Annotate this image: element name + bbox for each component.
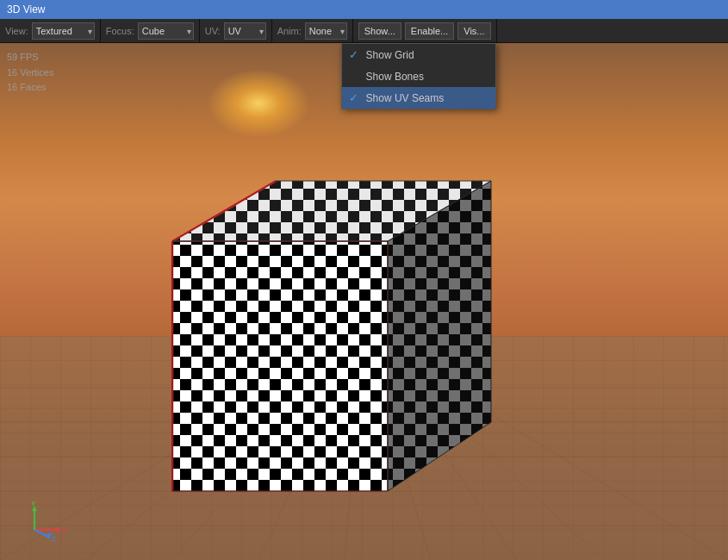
menu-item-show-seams[interactable]: ✓ Show UV Seams bbox=[342, 87, 495, 109]
uv-select-wrapper: UV None bbox=[224, 22, 266, 40]
uv-label: UV: bbox=[205, 26, 221, 36]
svg-marker-31 bbox=[172, 241, 388, 491]
uv-select[interactable]: UV None bbox=[224, 22, 266, 40]
focus-select[interactable]: Cube All Selected bbox=[138, 22, 194, 40]
sun-glow bbox=[207, 69, 310, 138]
cube-svg bbox=[146, 155, 543, 517]
show-grid-label: Show Grid bbox=[366, 49, 414, 61]
svg-text:Y: Y bbox=[31, 500, 36, 507]
view-label: View: bbox=[5, 26, 28, 36]
show-seams-check: ✓ bbox=[349, 91, 361, 104]
view-select[interactable]: Textured Wireframe Solid Material bbox=[32, 22, 95, 40]
svg-line-42 bbox=[34, 530, 50, 538]
uv-item: UV: UV None bbox=[200, 19, 272, 42]
vis-button[interactable]: Vis... bbox=[457, 22, 490, 40]
show-bones-label: Show Bones bbox=[366, 71, 424, 83]
menu-item-show-grid[interactable]: ✓ Show Grid bbox=[342, 44, 495, 65]
cube-front-face bbox=[172, 241, 388, 491]
show-seams-label: Show UV Seams bbox=[366, 92, 445, 104]
svg-marker-39 bbox=[56, 527, 60, 532]
show-dropdown: ✓ Show Grid ✓ Show Bones ✓ Show UV Seams bbox=[341, 43, 496, 109]
show-grid-check: ✓ bbox=[349, 48, 361, 61]
show-button[interactable]: Show... bbox=[358, 22, 401, 40]
toolbar: View: Textured Wireframe Solid Material … bbox=[0, 19, 728, 43]
view-select-wrapper: Textured Wireframe Solid Material bbox=[32, 22, 95, 40]
anim-label: Anim: bbox=[277, 26, 302, 36]
cube-3d bbox=[146, 155, 543, 517]
show-buttons: Show... Enable... Vis... ✓ Show Grid ✓ S… bbox=[353, 19, 497, 42]
svg-text:X: X bbox=[62, 526, 67, 534]
view-item: View: Textured Wireframe Solid Material bbox=[0, 19, 101, 42]
anim-item: Anim: None All bbox=[272, 19, 353, 42]
title-bar: 3D View bbox=[0, 0, 728, 19]
viewport[interactable]: 59 FPS 16 Vertices 16 Faces X Y Z bbox=[0, 43, 728, 560]
enable-button[interactable]: Enable... bbox=[405, 22, 454, 40]
focus-select-wrapper: Cube All Selected bbox=[138, 22, 194, 40]
anim-select[interactable]: None All bbox=[305, 22, 347, 40]
focus-label: Focus: bbox=[106, 26, 134, 36]
focus-item: Focus: Cube All Selected bbox=[101, 19, 200, 42]
menu-item-show-bones[interactable]: ✓ Show Bones bbox=[342, 65, 495, 87]
anim-select-wrapper: None All bbox=[305, 22, 347, 40]
svg-text:Z: Z bbox=[52, 535, 56, 543]
axis-indicator: X Y Z bbox=[26, 500, 69, 543]
title-text: 3D View bbox=[7, 3, 45, 16]
